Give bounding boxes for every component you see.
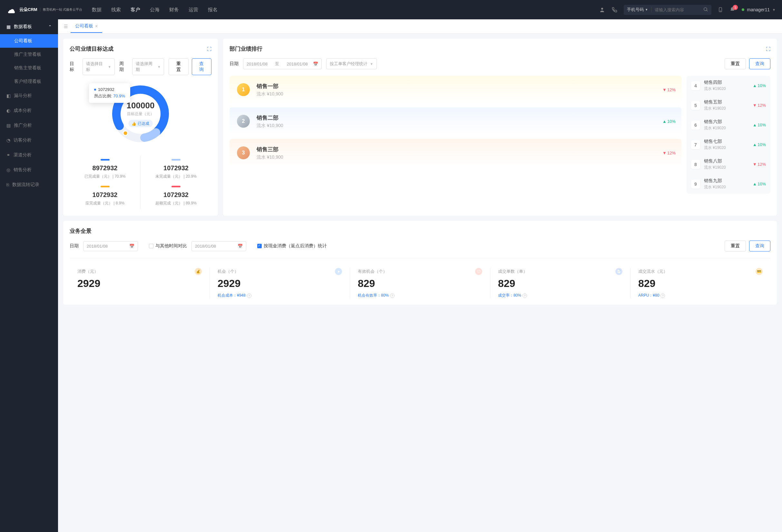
phone-icon[interactable]: [611, 7, 617, 12]
rank-top-item[interactable]: 3销售三部流水 ¥10,900▼12%: [229, 139, 681, 167]
cash-checkbox[interactable]: [257, 244, 262, 248]
stat-item: 8972932已完成量（元） | 70.9%: [70, 156, 141, 182]
stat-item: 1072932未完成量（元） | 20.9%: [141, 156, 211, 182]
search-icon[interactable]: [703, 7, 708, 13]
donut-chart: 1072932 所占比例: 70.9% 100000 目标总量（元）: [70, 81, 211, 146]
metric-icon: 💰: [195, 268, 202, 275]
svg-point-0: [601, 8, 603, 10]
sidebar-subitem[interactable]: 公司看板: [0, 34, 58, 48]
sidebar-icon: ◐: [6, 108, 10, 113]
help-icon[interactable]: ?: [390, 293, 395, 298]
help-icon[interactable]: ?: [661, 293, 665, 298]
logo-subtitle: 教育机构一站 式服务云平台: [40, 8, 82, 11]
sidebar-item[interactable]: ▦数据看板⌃: [0, 19, 58, 34]
notification-badge: 5: [733, 5, 738, 10]
search-type-select[interactable]: 手机号码▼: [627, 7, 651, 12]
rank-card: 部门业绩排行 ⛶ 日期 2018/01/08 至 2018/01/08 📅 按工…: [223, 39, 777, 216]
stat-item: 1072932超额完成（元） | 89.9%: [141, 182, 211, 209]
user-icon[interactable]: [599, 7, 605, 12]
sidebar-subitem[interactable]: 客户经理看板: [0, 75, 58, 88]
groupby-select[interactable]: 按工单客户经理统计▼: [326, 58, 377, 69]
reset-button[interactable]: 重置: [169, 58, 188, 75]
date-label: 日期: [229, 61, 239, 67]
sidebar-item[interactable]: ◎销售分析: [0, 163, 58, 177]
sidebar-item[interactable]: ▤推广分析: [0, 118, 58, 133]
collapse-sidebar-icon[interactable]: ☰: [61, 21, 71, 32]
expand-icon[interactable]: ⛶: [207, 46, 211, 51]
rank-top-item[interactable]: 1销售一部流水 ¥10,900▼12%: [229, 76, 681, 104]
rank-row[interactable]: 8销售八部流水 ¥19020▼12%: [686, 154, 771, 174]
nav-item[interactable]: 客户: [131, 7, 140, 13]
chart-tooltip: 1072932 所占比例: 70.9%: [89, 83, 130, 103]
compare-label: 与其他时间对比: [155, 243, 187, 249]
username: manager11: [747, 7, 770, 12]
sidebar-icon: ▤: [6, 123, 11, 128]
rank-top-item[interactable]: 2销售二部流水 ¥10,900▲10%: [229, 107, 681, 135]
date-range-input[interactable]: 2018/01/08 至 2018/01/08 📅: [243, 58, 322, 69]
sidebar-icon: ◔: [6, 138, 10, 143]
nav-item[interactable]: 运营: [188, 7, 198, 13]
period-select[interactable]: 请选择周期▼: [132, 58, 164, 75]
sidebar-subitem[interactable]: 销售主管看板: [0, 61, 58, 75]
date-input-2[interactable]: 2018/01/08📅: [191, 241, 246, 251]
help-icon[interactable]: ?: [247, 293, 251, 298]
medal-icon: 2: [235, 113, 251, 129]
metric-icon: 🛡: [475, 268, 482, 275]
sidebar-item[interactable]: ◐成本分析: [0, 103, 58, 118]
sidebar: ▦数据看板⌃公司看板推广主管看板销售主管看板客户经理看板◧漏斗分析◐成本分析▤推…: [0, 19, 58, 532]
stat-item: 1072932应完成量（元） | 8.9%: [70, 182, 141, 209]
rank-row[interactable]: 7销售七部流水 ¥19020▲10%: [686, 135, 771, 154]
reset-button[interactable]: 重置: [724, 58, 746, 69]
card-title: 部门业绩排行: [229, 45, 262, 52]
close-icon[interactable]: ×: [95, 24, 98, 29]
sidebar-item[interactable]: ⎘数据流转记录: [0, 177, 58, 192]
query-button[interactable]: 查询: [749, 241, 771, 251]
nav-item[interactable]: 公海: [150, 7, 159, 13]
rank-row[interactable]: 4销售四部流水 ¥19020▲10%: [686, 76, 771, 96]
nav-item[interactable]: 财务: [169, 7, 179, 13]
period-label: 周期: [119, 61, 128, 73]
date-input-1[interactable]: 2018/01/08📅: [83, 241, 138, 251]
calendar-icon: 📅: [313, 62, 318, 66]
sidebar-item[interactable]: ◔访客分析: [0, 133, 58, 148]
expand-icon[interactable]: ⛶: [766, 46, 771, 51]
chevron-down-icon: ▼: [772, 8, 776, 11]
target-select[interactable]: 请选择目标▼: [82, 58, 114, 75]
nav-item[interactable]: 报名: [208, 7, 218, 13]
nav-item[interactable]: 线索: [111, 7, 121, 13]
help-icon[interactable]: ?: [523, 293, 527, 298]
metric-icon: 💳: [755, 268, 763, 275]
sidebar-item[interactable]: ◧漏斗分析: [0, 88, 58, 103]
chevron-up-icon: ⌃: [48, 25, 51, 29]
medal-icon: 3: [235, 145, 251, 161]
sidebar-item[interactable]: ⚭渠道分析: [0, 148, 58, 163]
overview-metrics: 消费（元）💰2929机会（个）➤2929机会成本：¥948 ?有效机会（个）🛡8…: [70, 258, 771, 298]
query-button[interactable]: 查询: [192, 58, 211, 75]
achieved-badge: 👍已达成: [128, 120, 152, 127]
tab-company-board[interactable]: 公司看板 ×: [71, 20, 102, 33]
medal-icon: 1: [235, 81, 251, 98]
target-stats: 8972932已完成量（元） | 70.9%1072932未完成量（元） | 2…: [70, 156, 211, 209]
sidebar-icon: ▦: [6, 24, 11, 29]
logo: 云朵CRM 教育机构一站 式服务云平台: [6, 4, 82, 15]
main-content: ☰ 公司看板 × 公司业绩目标达成 ⛶ 目标 请选择目标▼ 周期: [58, 19, 782, 532]
svg-point-1: [704, 7, 707, 10]
bell-icon[interactable]: 5: [730, 7, 735, 12]
search-input[interactable]: [655, 7, 700, 12]
rank-row[interactable]: 9销售九部流水 ¥19020▲10%: [686, 174, 771, 194]
user-menu[interactable]: manager11 ▼: [742, 7, 776, 12]
search-box: 手机号码▼: [624, 5, 711, 15]
donut-label: 目标总量（元）: [127, 111, 155, 117]
rank-row[interactable]: 5销售五部流水 ¥19020▼12%: [686, 96, 771, 115]
query-button[interactable]: 查询: [749, 58, 771, 69]
mobile-icon[interactable]: [718, 6, 723, 13]
reset-button[interactable]: 重置: [724, 241, 746, 251]
metric-icon: ➤: [335, 268, 342, 275]
compare-checkbox[interactable]: [149, 244, 153, 248]
svg-point-3: [720, 11, 721, 11]
rank-row[interactable]: 6销售六部流水 ¥19020▲10%: [686, 115, 771, 135]
sidebar-subitem[interactable]: 推广主管看板: [0, 48, 58, 61]
sidebar-icon: ◎: [6, 167, 10, 173]
card-title: 业务全景: [70, 227, 92, 235]
nav-item[interactable]: 数据: [92, 7, 102, 13]
